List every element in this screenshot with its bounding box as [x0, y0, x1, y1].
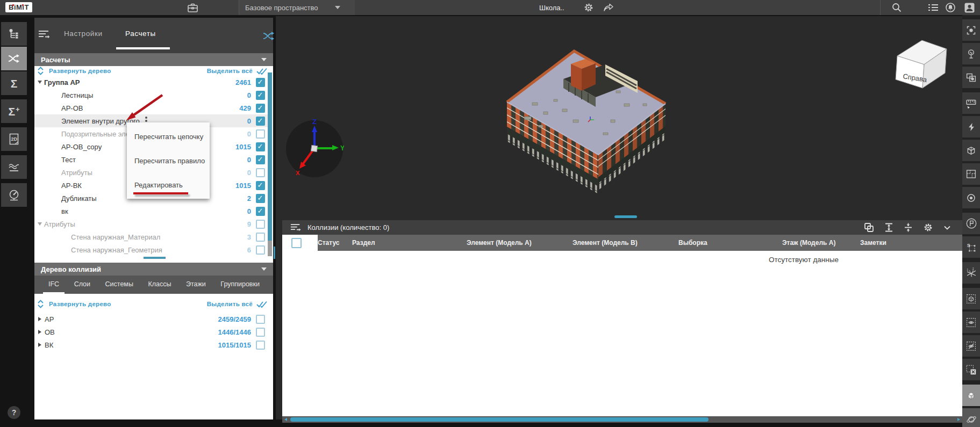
calculations-section-header[interactable]: Расчеты	[34, 53, 273, 66]
row-checkbox[interactable]	[256, 341, 265, 350]
briefcase-icon[interactable]	[187, 2, 198, 13]
flash-icon[interactable]	[962, 116, 980, 137]
hide-eye-icon[interactable]	[962, 335, 980, 357]
orbit-icon[interactable]	[962, 408, 980, 427]
tab-системы[interactable]: Системы	[100, 276, 139, 294]
expand-collapse-icon[interactable]	[37, 300, 44, 308]
caret-down-icon[interactable]	[38, 222, 42, 226]
select-all-checkbox[interactable]	[291, 238, 302, 248]
scroll-right-arrow[interactable]	[957, 418, 960, 421]
help-button[interactable]: ?	[8, 406, 20, 419]
tree-icon[interactable]	[962, 43, 980, 64]
notifications-icon[interactable]	[945, 2, 956, 13]
tree-row[interactable]: Группа АР2461	[34, 76, 268, 89]
clash-detection-icon[interactable]	[1, 47, 27, 70]
show-box-icon[interactable]	[962, 288, 980, 309]
row-checkbox[interactable]	[256, 315, 265, 324]
duplicate-icon[interactable]	[864, 223, 874, 232]
panel-menu-icon[interactable]	[38, 30, 50, 39]
scrollbar-thumb[interactable]	[290, 417, 709, 422]
settings-icon[interactable]	[924, 223, 933, 232]
expand-tree-link[interactable]: Развернуть дерево	[49, 68, 111, 74]
tab-этажи[interactable]: Этажи	[181, 276, 211, 294]
expand-rows-icon[interactable]	[885, 223, 893, 232]
select-all-link[interactable]: Выделить всё	[207, 68, 253, 74]
caret-right-icon[interactable]	[38, 343, 41, 347]
collapse-panel-icon[interactable]	[944, 226, 950, 230]
tab-calculations[interactable]: Расчеты	[125, 30, 156, 38]
tree-row[interactable]: АР2459/2459	[34, 313, 268, 325]
tab-settings[interactable]: Настройки	[64, 30, 103, 38]
app-logo[interactable]: BiMiT	[5, 2, 32, 12]
caret-right-icon[interactable]	[38, 317, 41, 321]
row-checkbox[interactable]	[256, 129, 265, 139]
workspace-dropdown[interactable]: Базовое пространство	[245, 0, 318, 15]
caret-down-icon[interactable]	[38, 81, 42, 84]
select-all-link[interactable]: Выделить всё	[207, 301, 253, 307]
tab-слои[interactable]: Слои	[69, 276, 96, 294]
delete-selection-icon[interactable]	[962, 359, 980, 380]
expand-collapse-icon[interactable]	[37, 67, 44, 75]
tree-row[interactable]: Стена наружная_Материал3	[34, 230, 268, 243]
double-check-icon[interactable]	[256, 67, 268, 75]
selection-settings-icon[interactable]: S	[962, 236, 980, 258]
totals-icon[interactable]: Σ	[1, 71, 27, 95]
gear-icon[interactable]	[583, 2, 595, 13]
collapse-rows-icon[interactable]	[904, 223, 912, 232]
search-icon[interactable]	[891, 2, 903, 13]
flag-icon[interactable]	[962, 213, 980, 234]
chevron-down-icon[interactable]	[332, 2, 344, 13]
row-checkbox[interactable]	[256, 245, 265, 255]
share-icon[interactable]	[603, 2, 614, 13]
totals-add-icon[interactable]: Σ+	[1, 99, 27, 123]
expand-tree-link[interactable]: Развернуть дерево	[49, 301, 111, 307]
panel-drag-handle[interactable]	[614, 215, 637, 218]
row-checkbox[interactable]	[256, 233, 265, 242]
clash-link-icon[interactable]	[262, 31, 275, 41]
collision-tree-section-header[interactable]: Дерево коллизий	[34, 263, 273, 276]
context-menu-item[interactable]: Пересчитать цепочку	[127, 126, 210, 147]
charts-icon[interactable]	[1, 155, 27, 179]
row-checkbox[interactable]	[256, 91, 265, 100]
vertical-scrollbar[interactable]	[268, 73, 272, 241]
row-checkbox[interactable]	[256, 194, 265, 203]
show-eye-icon[interactable]	[962, 312, 980, 333]
scroll-left-arrow[interactable]	[284, 418, 287, 421]
section-box-icon[interactable]	[962, 140, 980, 161]
axis-gizmo[interactable]: Z Y X	[285, 119, 344, 178]
row-checkbox[interactable]	[256, 142, 265, 151]
2d-view-icon[interactable]: 2D	[1, 127, 27, 151]
locate-icon[interactable]	[962, 187, 980, 208]
isolate-icon[interactable]	[962, 67, 980, 88]
floor-plan-icon[interactable]	[962, 163, 980, 185]
clash-lines-icon[interactable]: 12	[962, 262, 980, 284]
tree-row[interactable]: Атрибуты9	[34, 218, 268, 230]
row-checkbox[interactable]	[256, 155, 265, 164]
row-checkbox[interactable]	[256, 78, 265, 87]
row-checkbox[interactable]	[256, 168, 265, 177]
caret-right-icon[interactable]	[38, 330, 41, 334]
row-checkbox[interactable]	[256, 328, 265, 337]
tab-классы[interactable]: Классы	[142, 276, 176, 294]
collisions-menu-icon[interactable]	[290, 223, 301, 232]
double-check-icon[interactable]	[256, 300, 268, 308]
collisions-hscrollbar[interactable]	[282, 416, 962, 423]
solid-view-icon[interactable]	[962, 385, 980, 406]
tab-группировки[interactable]: Группировки	[215, 276, 265, 294]
row-checkbox[interactable]	[256, 207, 265, 216]
model-tree-icon[interactable]	[1, 22, 27, 46]
tree-row[interactable]: ВК1015/1015	[34, 338, 268, 351]
context-menu-item[interactable]: Редактировать	[127, 174, 210, 196]
account-icon[interactable]	[963, 2, 975, 13]
row-checkbox[interactable]	[256, 181, 265, 190]
row-checkbox[interactable]	[256, 117, 265, 126]
horizontal-scrollbar[interactable]	[144, 257, 166, 259]
navigation-cube[interactable]: Справа	[890, 33, 953, 91]
dashboard-icon[interactable]	[1, 183, 27, 207]
tab-ifc[interactable]: IFC	[43, 276, 65, 294]
zoom-fit-icon[interactable]	[962, 19, 980, 41]
tree-row[interactable]: ОВ1446/1446	[34, 325, 268, 338]
tree-row[interactable]: вк0	[34, 205, 268, 218]
tree-row[interactable]: Стена наружная_Геометрия6	[34, 243, 268, 256]
context-menu-item[interactable]: Пересчитать правило	[127, 150, 210, 171]
